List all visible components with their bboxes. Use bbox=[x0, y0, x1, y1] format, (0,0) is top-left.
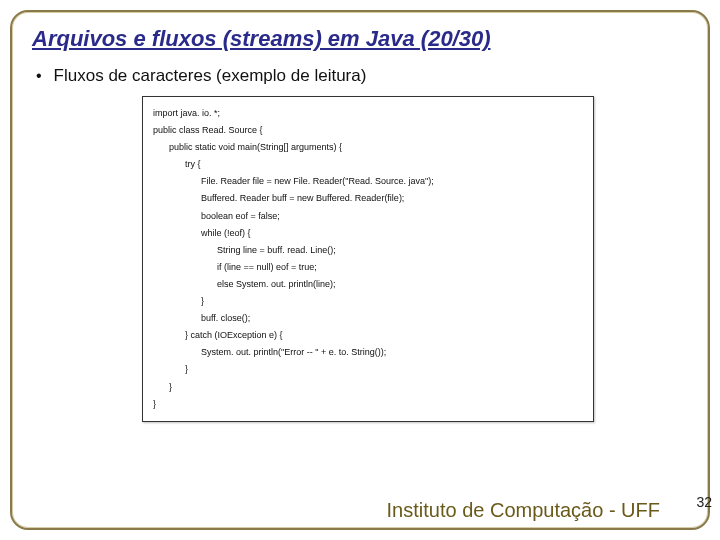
code-line: } catch (IOException e) { bbox=[153, 327, 583, 344]
bullet-row: • Fluxos de caracteres (exemplo de leitu… bbox=[32, 66, 688, 86]
code-line: try { bbox=[153, 156, 583, 173]
code-line: public static void main(String[] argumen… bbox=[153, 139, 583, 156]
slide-frame: Arquivos e fluxos (streams) em Java (20/… bbox=[10, 10, 710, 530]
code-line: while (!eof) { bbox=[153, 225, 583, 242]
bullet-text: Fluxos de caracteres (exemplo de leitura… bbox=[54, 66, 367, 86]
code-line: boolean eof = false; bbox=[153, 208, 583, 225]
code-line: File. Reader file = new File. Reader("Re… bbox=[153, 173, 583, 190]
page-number: 32 bbox=[696, 494, 712, 510]
code-line: } bbox=[153, 379, 583, 396]
code-line: } bbox=[153, 361, 583, 378]
code-line: import java. io. *; bbox=[153, 105, 583, 122]
bullet-dot: • bbox=[36, 67, 42, 85]
code-line: Buffered. Reader buff = new Buffered. Re… bbox=[153, 190, 583, 207]
code-line: } bbox=[153, 293, 583, 310]
code-line: String line = buff. read. Line(); bbox=[153, 242, 583, 259]
code-line: } bbox=[153, 396, 583, 413]
code-line: public class Read. Source { bbox=[153, 122, 583, 139]
code-box: import java. io. *; public class Read. S… bbox=[142, 96, 594, 422]
code-line: buff. close(); bbox=[153, 310, 583, 327]
slide-title: Arquivos e fluxos (streams) em Java (20/… bbox=[32, 26, 688, 52]
code-line: if (line == null) eof = true; bbox=[153, 259, 583, 276]
code-line: else System. out. println(line); bbox=[153, 276, 583, 293]
footer-text: Instituto de Computação - UFF bbox=[387, 499, 660, 522]
code-line: System. out. println("Error -- " + e. to… bbox=[153, 344, 583, 361]
